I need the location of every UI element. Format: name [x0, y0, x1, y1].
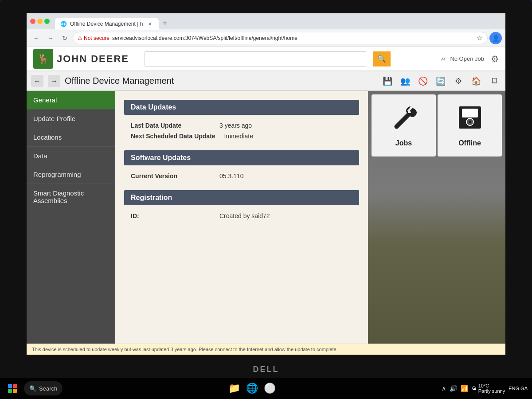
jd-search-input[interactable] [145, 51, 366, 66]
sidebar-item-smart-diag-label: Smart Diagnostic Assemblies [33, 189, 84, 204]
weather-icon: 🌤 [472, 386, 477, 391]
taskbar-clock[interactable]: ENG GA [509, 385, 528, 391]
nav-back-button[interactable]: ← [30, 32, 43, 44]
registration-header: Registration [124, 190, 359, 205]
last-update-label: Last Data Update [131, 122, 211, 129]
jd-deer-logo-icon: 🦌 [33, 49, 53, 69]
jobs-tile-label: Jobs [395, 139, 412, 147]
websa-body: ← → Offline Device Management 💾 👥 🚫 🔄 ⚙ … [27, 71, 505, 355]
svg-point-4 [469, 121, 471, 123]
topbar-back-btn[interactable]: ← [31, 75, 43, 87]
taskbar-lang-text: ENG GA [509, 385, 528, 391]
notification-text: This device is scheduled to update weekl… [32, 347, 338, 352]
stop-icon[interactable]: 🚫 [416, 74, 430, 88]
data-updates-header: Data Updates [124, 100, 359, 115]
window-maximize-btn[interactable] [44, 19, 50, 24]
sidebar-item-general[interactable]: General [27, 91, 115, 110]
chrome-profile-avatar[interactable]: 👤 [489, 32, 502, 44]
sidebar-item-data-label: Data [33, 152, 47, 160]
taskbar-search-label: Search [39, 385, 57, 392]
sidebar: General Update Profile Locations Data [27, 91, 115, 344]
jobs-tile[interactable]: Jobs [372, 94, 436, 156]
registration-id-label: ID: [131, 212, 211, 219]
taskbar-file-explorer[interactable]: 📁 [226, 380, 242, 396]
taskbar-apps: 📁 🌐 ⚪ [66, 380, 438, 396]
windows-logo-icon [8, 384, 17, 393]
warning-icon: ⚠ [78, 35, 82, 41]
weather-widget: 🌤 10°C Partly sunny [472, 383, 505, 394]
bookmark-star-icon[interactable]: ☆ [477, 34, 483, 42]
sidebar-item-data[interactable]: Data [27, 147, 115, 165]
window-close-btn[interactable] [30, 19, 35, 24]
last-update-row: Last Data Update 3 years ago [124, 120, 359, 131]
tab-bar: 🌐 Offline Device Management | h ✕ + [55, 13, 502, 29]
start-button[interactable] [4, 380, 20, 396]
nav-refresh-button[interactable]: ↻ [59, 32, 71, 44]
group-icon[interactable]: 👥 [398, 74, 412, 88]
sidebar-item-reprogramming-label: Reprogramming [33, 171, 81, 178]
not-secure-indicator: ⚠ Not secure [78, 35, 110, 41]
content-area: Data Updates Last Data Update 3 years ag… [115, 91, 368, 344]
websa-split-layout: General Update Profile Locations Data [27, 91, 505, 344]
taskbar-wifi-icon[interactable]: 📶 [461, 385, 468, 392]
offline-tile[interactable]: Offline [438, 94, 502, 156]
taskbar-up-arrow-icon[interactable]: ∧ [442, 385, 446, 392]
sidebar-item-reprogramming[interactable]: Reprogramming [27, 165, 115, 184]
window-minimize-btn[interactable] [37, 19, 43, 24]
url-text: serviceadvisorlocal.deere.com:3074/WebSA… [112, 35, 297, 41]
home-icon[interactable]: 🏠 [469, 74, 483, 88]
not-secure-label: Not secure [84, 35, 110, 41]
software-updates-section: Software Updates Current Version 05.3.11… [124, 150, 359, 181]
data-updates-section: Data Updates Last Data Update 3 years ag… [124, 100, 359, 141]
next-update-row: Next Scheduled Data Update Immediate [124, 131, 359, 141]
software-updates-header: Software Updates [124, 150, 359, 165]
screen: 🌐 Offline Device Management | h ✕ + ← → … [27, 13, 505, 355]
browser-tab-active[interactable]: 🌐 Offline Device Management | h ✕ [55, 18, 159, 30]
address-bar[interactable]: ⚠ Not secure serviceadvisorlocal.deere.c… [73, 32, 488, 44]
weather-desc-text: Partly sunny [478, 388, 505, 394]
notification-bar: This device is scheduled to update weekl… [27, 344, 505, 355]
dell-brand-label: DELL [253, 365, 279, 374]
job-label-text: No Open Job [450, 55, 484, 62]
registration-section: Registration ID: Created by said72 [124, 190, 359, 221]
temperature-text: 10°C [478, 383, 505, 388]
svg-point-0 [395, 125, 398, 128]
sidebar-item-update-profile-label: Update Profile [33, 115, 75, 122]
new-tab-button[interactable]: + [159, 17, 171, 29]
version-value: 05.3.110 [219, 172, 244, 180]
taskbar-search-bar[interactable]: 🔍 Search [24, 381, 63, 395]
offline-tile-label: Offline [458, 139, 481, 147]
taskbar-speaker-icon[interactable]: 🔊 [450, 385, 457, 392]
topbar-icons: 💾 👥 🚫 🔄 ⚙ 🏠 🖥 [380, 74, 501, 88]
tab-favicon-icon: 🌐 [60, 21, 66, 27]
right-panel: Jobs [368, 91, 505, 344]
registration-id-row: ID: Created by said72 [124, 211, 359, 221]
windows-taskbar: 🔍 Search 📁 🌐 ⚪ ∧ 🔊 📶 🌤 10°C Partly sunny… [0, 378, 532, 399]
next-update-value: Immediate [224, 133, 253, 140]
last-update-value: 3 years ago [219, 122, 252, 129]
browser-content: 🦌 JOHN DEERE 🔍 🖨 No Open Job ⚙ ← [27, 47, 505, 355]
jd-search-button[interactable]: 🔍 [373, 51, 391, 66]
jobs-tile-icon [391, 104, 417, 136]
chrome-titlebar: 🌐 Offline Device Management | h ✕ + [27, 13, 505, 29]
settings-icon[interactable]: ⚙ [451, 74, 466, 88]
offline-tile-icon [457, 104, 483, 136]
sidebar-item-locations-label: Locations [33, 133, 62, 141]
chrome-addressbar: ← → ↻ ⚠ Not secure serviceadvisorlocal.d… [27, 29, 505, 47]
sidebar-item-locations[interactable]: Locations [27, 128, 115, 147]
save-icon[interactable]: 💾 [380, 74, 395, 88]
refresh-icon[interactable]: 🔄 [434, 74, 448, 88]
taskbar-edge-browser[interactable]: 🌐 [244, 380, 260, 396]
jd-job-indicator: 🖨 No Open Job [441, 55, 484, 62]
sidebar-item-smart-diag[interactable]: Smart Diagnostic Assemblies [27, 184, 115, 210]
taskbar-chrome-browser[interactable]: ⚪ [262, 380, 278, 396]
sidebar-item-update-profile[interactable]: Update Profile [27, 110, 115, 128]
jd-header: 🦌 JOHN DEERE 🔍 🖨 No Open Job ⚙ [27, 47, 505, 71]
tab-title: Offline Device Management | h [70, 21, 143, 27]
monitor-icon[interactable]: 🖥 [487, 74, 501, 88]
topbar-forward-btn[interactable]: → [48, 75, 60, 87]
nav-forward-button[interactable]: → [44, 32, 57, 44]
version-row: Current Version 05.3.110 [124, 171, 359, 181]
topbar-title-text: Offline Device Management [65, 76, 376, 86]
tab-close-btn[interactable]: ✕ [146, 20, 153, 27]
